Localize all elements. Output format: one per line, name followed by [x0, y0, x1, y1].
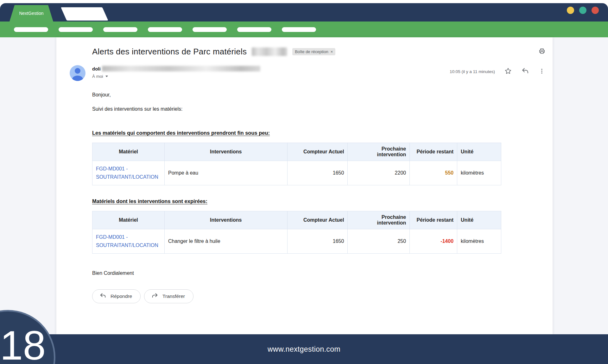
printer-icon — [538, 47, 546, 56]
email-body: Bonjour, Suivi des interventions sur les… — [92, 92, 501, 303]
inbox-label-text: Boîte de réception — [295, 49, 328, 54]
nav-placeholder-pill[interactable] — [14, 27, 48, 32]
nav-placeholder-pill[interactable] — [59, 27, 93, 32]
prochaine-cell: 2200 — [348, 161, 410, 185]
table-header-row: Matériel Interventions Compteur Actuel P… — [92, 143, 501, 161]
more-options-button[interactable] — [538, 68, 545, 76]
table-header-row: Matériel Interventions Compteur Actuel P… — [92, 211, 501, 229]
unite-cell: kilomètres — [457, 161, 501, 185]
header-unite: Unité — [457, 211, 501, 229]
minimize-dot[interactable] — [567, 7, 574, 14]
section-upcoming-title: Les matériels qui comportent des interve… — [92, 130, 501, 136]
header-unite: Unité — [457, 143, 501, 161]
sender-info: doli À moi — [92, 65, 260, 79]
unite-cell: kilomètres — [457, 229, 501, 254]
reply-arrow-icon — [99, 292, 106, 300]
expired-interventions-table: Matériel Interventions Compteur Actuel P… — [92, 211, 501, 254]
inbox-label-chip[interactable]: Boîte de réception × — [292, 48, 335, 55]
materiel-link[interactable]: FGD-MD001 - SOUTRAITANT/LOCATION — [96, 234, 158, 248]
header-compteur: Compteur Actuel — [287, 143, 348, 161]
chip-close-icon[interactable]: × — [331, 49, 333, 54]
footer-bar: www.nextgestion.com — [0, 334, 608, 364]
forward-button-label: Transférer — [162, 293, 185, 299]
greeting-text: Bonjour, — [92, 92, 501, 98]
email-actions: Répondre Transférer — [92, 289, 501, 303]
nav-bar — [0, 22, 608, 37]
materiel-link[interactable]: FGD-MD001 - SOUTRAITANT/LOCATION — [96, 166, 158, 180]
secondary-tab-placeholder[interactable] — [61, 7, 108, 21]
nav-placeholder-pill[interactable] — [193, 27, 227, 32]
window-controls — [567, 7, 599, 14]
intro-text: Suivi des interventions sur les matériel… — [92, 106, 501, 112]
nav-placeholder-pill[interactable] — [103, 27, 137, 32]
table-row: FGD-MD001 - SOUTRAITANT/LOCATION Pompe à… — [92, 161, 501, 185]
compteur-cell: 1650 — [287, 161, 348, 185]
sender-name: doli — [92, 66, 101, 71]
page-number: 18 — [0, 325, 46, 364]
star-icon — [504, 67, 512, 76]
redacted-subject-text — [252, 47, 287, 56]
print-button[interactable] — [538, 47, 546, 56]
forward-arrow-icon — [151, 292, 158, 300]
redacted-sender-address — [102, 66, 260, 71]
header-prochaine: Prochaine intervention — [348, 143, 410, 161]
closing-text: Bien Cordialement — [92, 270, 501, 276]
prochaine-cell: 250 — [348, 229, 410, 254]
reply-arrow-icon — [521, 67, 529, 76]
maximize-dot[interactable] — [579, 7, 586, 14]
email-subject: Alerts des interventions de Parc matérie… — [92, 47, 247, 57]
nav-placeholder-pill[interactable] — [148, 27, 182, 32]
chevron-down-icon — [105, 76, 108, 77]
header-interventions: Interventions — [164, 143, 287, 161]
header-materiel: Matériel — [92, 211, 165, 229]
message-header-actions: 10:05 (il y a 11 minutes) — [450, 65, 545, 76]
three-dots-icon — [538, 68, 545, 76]
intervention-cell: Changer le filtre à huile — [164, 229, 287, 254]
periode-restant-cell: 550 — [410, 161, 457, 185]
upcoming-interventions-table: Matériel Interventions Compteur Actuel P… — [92, 143, 501, 185]
reply-button-label: Répondre — [111, 293, 132, 299]
forward-button[interactable]: Transférer — [144, 289, 193, 303]
header-prochaine: Prochaine intervention — [348, 211, 410, 229]
brand-label: NextGestion — [19, 11, 43, 16]
email-panel: Alerts des interventions de Parc matérie… — [56, 37, 553, 334]
header-interventions: Interventions — [164, 211, 287, 229]
message-timestamp: 10:05 (il y a 11 minutes) — [450, 69, 495, 74]
close-dot[interactable] — [592, 7, 599, 14]
sender-avatar[interactable] — [70, 65, 86, 81]
compteur-cell: 1650 — [287, 229, 348, 254]
header-materiel: Matériel — [92, 143, 165, 161]
header-periode: Période restant — [410, 143, 457, 161]
header-compteur: Compteur Actuel — [287, 211, 348, 229]
to-label: À moi — [92, 74, 103, 79]
header-periode: Période restant — [410, 211, 457, 229]
reply-button[interactable]: Répondre — [92, 289, 141, 303]
section-expired-title: Matériels dont les interventions sont ex… — [92, 198, 501, 204]
sender-row: doli À moi 10:05 (il y a 11 minutes) — [70, 65, 545, 81]
page-background: Alerts des interventions de Parc matérie… — [0, 37, 608, 334]
recipient-toggle[interactable]: À moi — [92, 74, 260, 79]
nav-placeholder-pill[interactable] — [282, 27, 316, 32]
periode-restant-cell: -1400 — [410, 229, 457, 254]
reply-button-icon-top[interactable] — [521, 67, 529, 76]
intervention-cell: Pompe à eau — [164, 161, 287, 185]
nav-placeholder-pill[interactable] — [237, 27, 271, 32]
browser-titlebar: NextGestion — [0, 3, 608, 22]
star-button[interactable] — [504, 67, 512, 76]
brand-tab[interactable]: NextGestion — [10, 5, 53, 22]
table-row: FGD-MD001 - SOUTRAITANT/LOCATION Changer… — [92, 229, 501, 254]
footer-url: www.nextgestion.com — [268, 345, 340, 354]
subject-row: Alerts des interventions de Parc matérie… — [92, 47, 546, 57]
